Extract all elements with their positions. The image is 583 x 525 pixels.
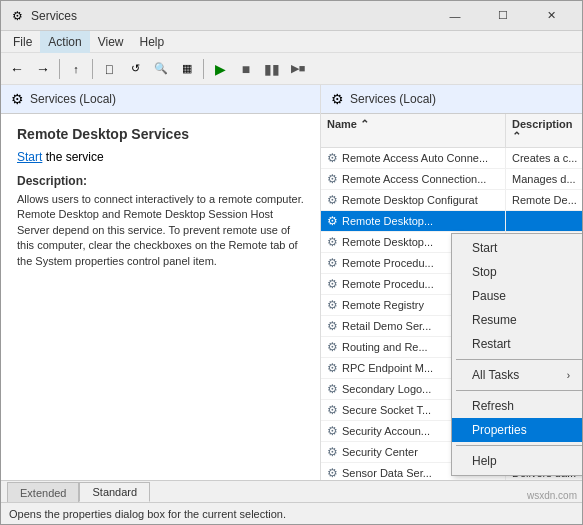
- left-panel-title: Services (Local): [30, 92, 116, 106]
- context-menu-separator: [456, 390, 582, 391]
- cell-description: Creates a c...: [506, 149, 582, 167]
- cell-description: Remote De...: [506, 191, 582, 209]
- up-button[interactable]: ↑: [64, 57, 88, 81]
- start-service-button[interactable]: ▶: [208, 57, 232, 81]
- stop-service-button[interactable]: ■: [234, 57, 258, 81]
- context-menu-item[interactable]: Start: [452, 236, 582, 260]
- close-button[interactable]: ✕: [528, 1, 574, 31]
- menu-help[interactable]: Help: [132, 31, 173, 53]
- left-panel: ⚙ Services (Local) Remote Desktop Servic…: [1, 85, 321, 480]
- window-title: Services: [31, 9, 432, 23]
- tab-extended[interactable]: Extended: [7, 482, 79, 502]
- service-icon: ⚙: [327, 235, 338, 249]
- right-panel-title: Services (Local): [350, 92, 436, 106]
- service-icon: ⚙: [327, 424, 338, 438]
- context-menu-item[interactable]: Pause: [452, 284, 582, 308]
- tab-standard[interactable]: Standard: [79, 482, 150, 502]
- separator-2: [92, 59, 93, 79]
- context-menu-item[interactable]: Stop: [452, 260, 582, 284]
- submenu-arrow: ›: [567, 370, 570, 381]
- col-description: Description ⌃: [506, 114, 582, 147]
- col-name: Name ⌃: [321, 114, 506, 147]
- service-icon: ⚙: [327, 151, 338, 165]
- service-icon: ⚙: [327, 256, 338, 270]
- table-header: Name ⌃ Description ⌃: [321, 114, 582, 148]
- separator-3: [203, 59, 204, 79]
- service-name-heading: Remote Desktop Services: [17, 126, 304, 142]
- cell-name: ⚙Remote Desktop Configurat: [321, 190, 506, 210]
- service-icon: ⚙: [327, 172, 338, 186]
- service-icon: ⚙: [327, 298, 338, 312]
- left-panel-header: ⚙ Services (Local): [1, 85, 320, 114]
- window-controls: — ☐ ✕: [432, 1, 574, 31]
- service-icon: ⚙: [327, 466, 338, 480]
- start-service-link[interactable]: Start: [17, 150, 42, 164]
- service-description-area: Description: Allows users to connect int…: [17, 174, 304, 269]
- show-hide-button[interactable]: ⎕: [97, 57, 121, 81]
- bottom-area: Extended Standard Opens the properties d…: [1, 480, 582, 524]
- right-panel-header: ⚙ Services (Local): [321, 85, 582, 114]
- service-icon: ⚙: [327, 193, 338, 207]
- menu-action[interactable]: Action: [40, 31, 89, 53]
- window-icon: ⚙: [9, 8, 25, 24]
- forward-button[interactable]: →: [31, 57, 55, 81]
- watermark: wsxdn.com: [527, 490, 577, 501]
- services-local-icon: ⚙: [11, 91, 24, 107]
- title-bar: ⚙ Services — ☐ ✕: [1, 1, 582, 31]
- context-menu: StartStopPauseResumeRestartAll Tasks›Ref…: [451, 233, 582, 476]
- description-heading: Description:: [17, 174, 304, 188]
- context-menu-separator: [456, 359, 582, 360]
- minimize-button[interactable]: —: [432, 1, 478, 31]
- restart-service-button[interactable]: ▶■: [286, 57, 310, 81]
- menu-bar: File Action View Help: [1, 31, 582, 53]
- cell-description: Manages d...: [506, 170, 582, 188]
- service-icon: ⚙: [327, 214, 338, 228]
- context-menu-item[interactable]: Help: [452, 449, 582, 473]
- status-bar: Opens the properties dialog box for the …: [1, 502, 582, 524]
- pause-service-button[interactable]: ▮▮: [260, 57, 284, 81]
- refresh-button[interactable]: ↺: [123, 57, 147, 81]
- service-icon: ⚙: [327, 361, 338, 375]
- main-window: ⚙ Services — ☐ ✕ File Action View Help ←…: [0, 0, 583, 525]
- service-icon: ⚙: [327, 277, 338, 291]
- main-content: ⚙ Services (Local) Remote Desktop Servic…: [1, 85, 582, 480]
- context-menu-item[interactable]: Restart: [452, 332, 582, 356]
- context-menu-item[interactable]: Properties: [452, 418, 582, 442]
- right-panel: ⚙ Services (Local) Name ⌃ Description ⌃ …: [321, 85, 582, 480]
- search-button[interactable]: 🔍: [149, 57, 173, 81]
- start-service-link-area: Start the service: [17, 150, 304, 164]
- table-row[interactable]: ⚙Remote Access Connection...Manages d...: [321, 169, 582, 190]
- context-menu-separator: [456, 445, 582, 446]
- service-icon: ⚙: [327, 382, 338, 396]
- description-text: Allows users to connect interactively to…: [17, 192, 304, 269]
- menu-view[interactable]: View: [90, 31, 132, 53]
- table-row[interactable]: ⚙Remote Desktop ConfiguratRemote De...: [321, 190, 582, 211]
- status-text: Opens the properties dialog box for the …: [9, 508, 286, 520]
- list-button[interactable]: ▦: [175, 57, 199, 81]
- tab-bar: Extended Standard: [1, 480, 582, 502]
- right-panel-icon: ⚙: [331, 91, 344, 107]
- service-icon: ⚙: [327, 403, 338, 417]
- maximize-button[interactable]: ☐: [480, 1, 526, 31]
- context-menu-item[interactable]: All Tasks›: [452, 363, 582, 387]
- cell-name: ⚙Remote Desktop...: [321, 211, 506, 231]
- service-icon: ⚙: [327, 319, 338, 333]
- context-menu-item[interactable]: Resume: [452, 308, 582, 332]
- table-row[interactable]: ⚙Remote Desktop...: [321, 211, 582, 232]
- service-icon: ⚙: [327, 340, 338, 354]
- toolbar: ← → ↑ ⎕ ↺ 🔍 ▦ ▶ ■ ▮▮ ▶■: [1, 53, 582, 85]
- start-suffix: the service: [42, 150, 103, 164]
- table-row[interactable]: ⚙Remote Access Auto Conne...Creates a c.…: [321, 148, 582, 169]
- service-info: Remote Desktop Services Start the servic…: [1, 114, 320, 480]
- cell-name: ⚙Remote Access Auto Conne...: [321, 148, 506, 168]
- separator-1: [59, 59, 60, 79]
- menu-file[interactable]: File: [5, 31, 40, 53]
- service-icon: ⚙: [327, 445, 338, 459]
- cell-description: [506, 218, 582, 224]
- back-button[interactable]: ←: [5, 57, 29, 81]
- context-menu-item[interactable]: Refresh: [452, 394, 582, 418]
- cell-name: ⚙Remote Access Connection...: [321, 169, 506, 189]
